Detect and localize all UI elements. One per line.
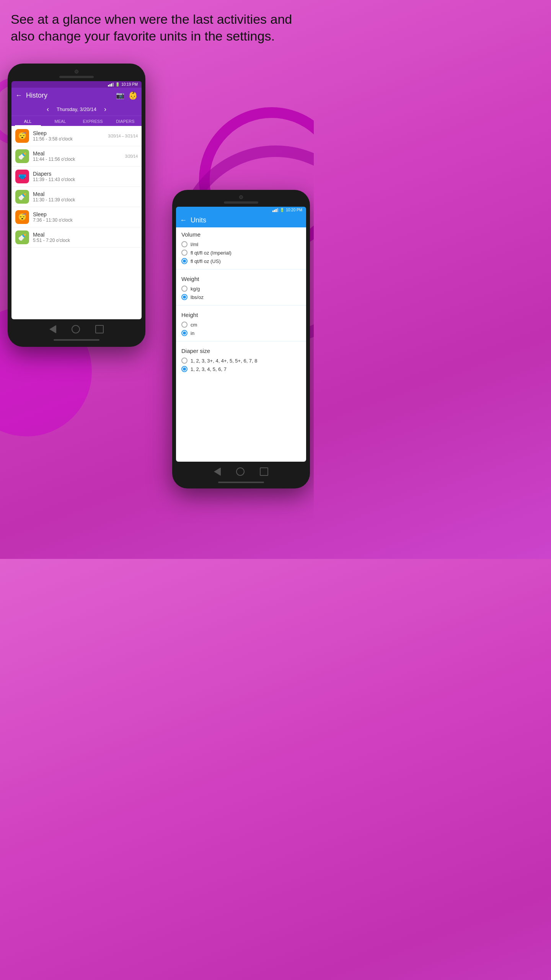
item-name: Meal xyxy=(33,191,134,197)
nav-home[interactable] xyxy=(72,325,80,333)
phone2-camera xyxy=(239,195,243,199)
avatar-icon[interactable]: 👶 xyxy=(128,91,138,100)
option-label: in xyxy=(191,330,194,336)
item-name: Diapers xyxy=(33,171,134,177)
item-time: 11:44 - 11:56 o'clock xyxy=(33,157,121,162)
history-tabs: ALL MEAL EXPRESS DIAPERS xyxy=(11,116,142,126)
units-back-icon[interactable]: ← xyxy=(180,216,187,224)
radio-kgg[interactable] xyxy=(181,286,187,292)
section-weight: Weight kg/g lbs/oz xyxy=(176,272,306,303)
item-name: Meal xyxy=(33,150,121,157)
item-info: Diapers 11:39 - 11:43 o'clock xyxy=(33,171,134,182)
option-cm[interactable]: cm xyxy=(181,320,301,329)
phone2-screen: 🔋 10:20 PM ← Units Volume l/ml xyxy=(176,207,306,462)
item-time: 11:30 - 11:39 o'clock xyxy=(33,197,134,203)
divider xyxy=(176,305,306,305)
section-volume: Volume l/ml fl qt/fl oz (Imperial) fl qt… xyxy=(176,227,306,267)
history-statusbar: 🔋 10:19 PM xyxy=(11,81,142,88)
meal-icon: 🍼 xyxy=(15,190,29,204)
option-kgg[interactable]: kg/g xyxy=(181,284,301,293)
item-name: Sleep xyxy=(33,211,134,217)
item-info: Meal 11:44 - 11:56 o'clock xyxy=(33,150,121,162)
divider xyxy=(176,269,306,270)
history-list: 😴 Sleep 11:56 - 3:58 o'clock 3/20/14 – 3… xyxy=(11,126,142,319)
sleep-icon: 😴 xyxy=(15,129,29,143)
item-name: Meal xyxy=(33,232,134,238)
item-info: Meal 5:51 - 7:20 o'clock xyxy=(33,232,134,243)
option-label: 1, 2, 3, 3+, 4, 4+, 5, 5+, 6, 7, 8 xyxy=(191,358,258,364)
statusbar-time: 10:19 PM xyxy=(121,82,138,87)
tab-diapers[interactable]: DIAPERS xyxy=(109,116,142,126)
nav-back[interactable] xyxy=(214,467,221,476)
units-title: Units xyxy=(191,216,206,224)
tab-all[interactable]: ALL xyxy=(11,116,44,126)
item-info: Meal 11:30 - 11:39 o'clock xyxy=(33,191,134,203)
history-title: History xyxy=(26,91,112,100)
units-statusbar: 🔋 10:20 PM xyxy=(176,207,306,213)
radio-diaper-standard[interactable] xyxy=(181,366,187,372)
item-info: Sleep 7:36 - 11:30 o'clock xyxy=(33,211,134,223)
radio-lbsoz[interactable] xyxy=(181,294,187,300)
option-label: fl qt/fl oz (Imperial) xyxy=(191,250,231,256)
units-toolbar: ← Units xyxy=(176,213,306,227)
phone1-camera xyxy=(75,70,78,74)
battery-icon: 🔋 xyxy=(115,82,120,87)
item-time: 11:39 - 11:43 o'clock xyxy=(33,177,134,182)
nav-recent[interactable] xyxy=(95,325,104,333)
list-item: 🍼 Meal 11:30 - 11:39 o'clock xyxy=(11,187,142,207)
list-item: 😴 Sleep 7:36 - 11:30 o'clock xyxy=(11,207,142,227)
nav-home[interactable] xyxy=(236,467,245,476)
tab-express[interactable]: EXPRESS xyxy=(77,116,109,126)
section-diaper: Diaper size 1, 2, 3, 3+, 4, 4+, 5, 5+, 6… xyxy=(176,344,306,375)
section-title-diaper: Diaper size xyxy=(181,348,301,354)
headline: See at a glance when were the last activ… xyxy=(0,0,314,52)
date-navigation: ‹ Thursday, 3/20/14 › xyxy=(11,103,142,116)
section-title-volume: Volume xyxy=(181,231,301,238)
option-diaper-standard[interactable]: 1, 2, 3, 4, 5, 6, 7 xyxy=(181,365,301,373)
option-label: l/ml xyxy=(191,242,198,247)
option-diaper-extended[interactable]: 1, 2, 3, 3+, 4, 4+, 5, 5+, 6, 7, 8 xyxy=(181,356,301,365)
phone-history: 🔋 10:19 PM ← History 📷 👶 ‹ Thursday, 3/2… xyxy=(8,64,145,347)
phones-area: 🔋 10:19 PM ← History 📷 👶 ‹ Thursday, 3/2… xyxy=(0,52,314,534)
option-fl-imperial[interactable]: fl qt/fl oz (Imperial) xyxy=(181,248,301,257)
radio-fl-imperial[interactable] xyxy=(181,250,187,256)
phone-units: 🔋 10:20 PM ← Units Volume l/ml xyxy=(172,190,310,488)
list-item: 🍼 Meal 5:51 - 7:20 o'clock xyxy=(11,227,142,248)
section-title-weight: Weight xyxy=(181,276,301,282)
list-item: 😴 Sleep 11:56 - 3:58 o'clock 3/20/14 – 3… xyxy=(11,126,142,146)
tab-meal[interactable]: MEAL xyxy=(44,116,77,126)
list-item: 🩲 Diapers 11:39 - 11:43 o'clock xyxy=(11,167,142,187)
prev-date-btn[interactable]: ‹ xyxy=(47,105,49,113)
radio-fl-us[interactable] xyxy=(181,258,187,264)
back-icon[interactable]: ← xyxy=(15,91,22,100)
radio-diaper-extended[interactable] xyxy=(181,358,187,364)
item-date: 3/20/14 – 3/21/14 xyxy=(108,134,138,138)
option-label: kg/g xyxy=(191,286,200,292)
signal-bars xyxy=(272,208,278,212)
current-date: Thursday, 3/20/14 xyxy=(57,106,96,112)
item-time: 5:51 - 7:20 o'clock xyxy=(33,238,134,243)
radio-in[interactable] xyxy=(181,330,187,336)
meal-icon: 🍼 xyxy=(15,230,29,244)
nav-recent[interactable] xyxy=(260,467,268,476)
next-date-btn[interactable]: › xyxy=(104,105,106,113)
radio-cm[interactable] xyxy=(181,322,187,328)
item-time: 7:36 - 11:30 o'clock xyxy=(33,217,134,223)
nav-back[interactable] xyxy=(49,325,56,333)
diapers-icon: 🩲 xyxy=(15,170,29,183)
list-item: 🍼 Meal 11:44 - 11:56 o'clock 3/20/14 xyxy=(11,146,142,167)
option-in[interactable]: in xyxy=(181,329,301,337)
camera-icon[interactable]: 📷 xyxy=(116,91,124,100)
meal-icon: 🍼 xyxy=(15,149,29,163)
history-toolbar: ← History 📷 👶 xyxy=(11,88,142,103)
item-name: Sleep xyxy=(33,130,104,136)
option-fl-us[interactable]: fl qt/fl oz (US) xyxy=(181,257,301,265)
radio-lml[interactable] xyxy=(181,241,187,247)
phone2-speaker xyxy=(224,201,258,204)
item-info: Sleep 11:56 - 3:58 o'clock xyxy=(33,130,104,142)
option-label: lbs/oz xyxy=(191,294,204,300)
units-content: Volume l/ml fl qt/fl oz (Imperial) fl qt… xyxy=(176,227,306,462)
signal-bars xyxy=(108,83,114,87)
option-lml[interactable]: l/ml xyxy=(181,240,301,248)
option-lbsoz[interactable]: lbs/oz xyxy=(181,293,301,301)
